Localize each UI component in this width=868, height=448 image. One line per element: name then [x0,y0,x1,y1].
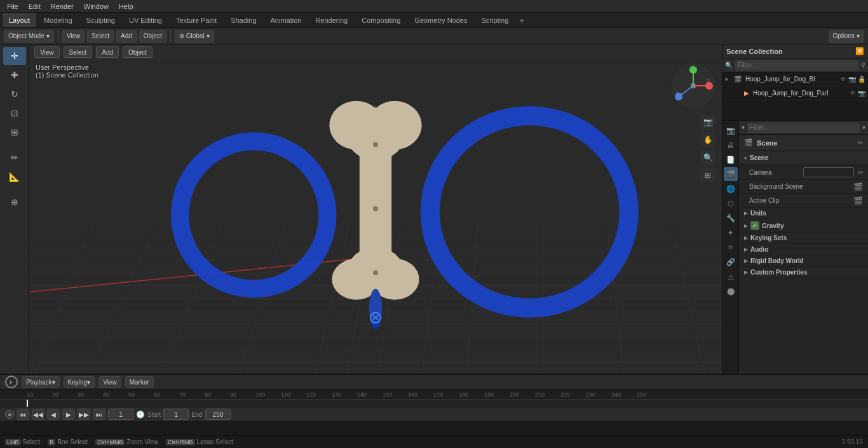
separator-2 [170,31,171,42]
section-gravity[interactable]: ▶ ✓ Gravity [739,219,868,233]
tab-texture-paint[interactable]: Texture Paint [170,13,223,27]
prop-camera-value[interactable] [803,167,854,177]
tab-geometry-nodes[interactable]: Geometry Nodes [408,13,473,27]
prop-active-clip-icon[interactable]: 🎬 [853,196,863,205]
prop-icon-render[interactable]: 📷 [724,123,738,137]
prop-icon-scene[interactable]: 🎬 [724,167,738,181]
prop-icon-modifier[interactable]: 🔧 [724,211,738,225]
jump-start-btn[interactable]: ⏮ [17,409,29,420]
timeline-scrub-area[interactable] [0,400,868,407]
select-menu-btn[interactable]: Select [87,30,114,43]
outliner-filter-icon[interactable]: 🔽 [855,47,864,55]
item-visibility-0[interactable]: 👁 [840,76,846,83]
vp-view-btn[interactable]: View [34,46,60,58]
prop-camera-edit-icon[interactable]: ✏ [858,169,863,176]
viewport-gizmo[interactable]: X Y Z [671,64,715,108]
prop-icon-material[interactable]: ⬤ [724,284,738,298]
item-render-0[interactable]: 📷 [848,76,856,83]
tab-scripting[interactable]: Scripting [475,13,515,27]
props-filter-icon[interactable]: ▾ [862,124,865,131]
tool-move[interactable]: ✚ [3,66,26,84]
menu-edit[interactable]: Edit [24,1,45,11]
prop-icon-constraints[interactable]: 🔗 [724,255,738,269]
menu-window[interactable]: Window [79,1,113,11]
add-workspace-tab[interactable]: + [516,15,527,26]
prop-icon-object[interactable]: ⬡ [724,196,738,210]
props-search-input[interactable] [747,123,860,133]
outliner-item-0[interactable]: ▾ 🎬 Hoop_Jump_for_Dog_Bl 👁 📷 🔒 [722,72,868,86]
tool-cursor[interactable]: ✛ [3,47,26,65]
tab-sculpting[interactable]: Sculpting [80,13,121,27]
add-menu-btn[interactable]: Add [116,30,137,43]
view-menu-btn[interactable]: View [62,30,85,43]
tool-add-cube[interactable]: ⊕ [3,193,26,211]
vp-zoom-icon[interactable]: 🔍 [700,150,715,165]
menu-help[interactable]: Help [114,1,138,11]
section-keying-sets[interactable]: ▶ Keying Sets [739,233,868,244]
options-btn[interactable]: Options ▾ [829,30,864,43]
prop-icon-output[interactable]: 🖨 [724,138,738,152]
outliner-search-input[interactable] [735,60,858,71]
scene-edit-btn[interactable]: ✏ [858,139,863,146]
prop-icon-particles[interactable]: ✦ [724,226,738,240]
expand-icon-0: ▾ [725,76,731,83]
tool-transform[interactable]: ⊞ [3,123,26,141]
tab-modeling[interactable]: Modeling [37,13,79,27]
current-frame-input[interactable]: 1 [108,409,133,420]
play-btn[interactable]: ▶ [62,409,75,420]
tool-annotate[interactable]: ✏ [3,149,26,166]
prop-bg-scene-icon[interactable]: 🎬 [853,182,863,191]
item-lock-0[interactable]: 🔒 [858,76,865,83]
section-scene[interactable]: ▾ Scene [739,151,868,165]
gravity-toggle[interactable]: ✓ [750,221,759,230]
marker-btn[interactable]: Marker [125,376,154,388]
vp-hand-icon[interactable]: ✋ [700,132,715,147]
section-custom-props[interactable]: ▶ Custom Properties [739,267,868,278]
prop-icon-world[interactable]: 🌐 [724,182,738,196]
play-reverse-btn[interactable]: ◀ [47,409,60,420]
vp-camera-icon[interactable]: 📷 [700,114,715,130]
vp-object-btn[interactable]: Object [123,46,153,58]
section-rigid-body[interactable]: ▶ Rigid Body World [739,255,868,267]
timeline-view-btn[interactable]: View [98,376,121,388]
timeline-icon[interactable]: ⏵ [5,376,18,388]
vp-grid-icon[interactable]: ⊞ [700,168,715,183]
outliner-item-1[interactable]: ▶ Hoop_Jump_for_Dog_Parl 👁 📷 [722,86,868,100]
tab-uv-editing[interactable]: UV Editing [123,13,168,27]
vp-add-btn[interactable]: Add [96,46,119,58]
tab-shading[interactable]: Shading [224,13,262,27]
section-units[interactable]: ▶ Units [739,208,868,219]
vp-select-btn[interactable]: Select [64,46,93,58]
object-menu-btn[interactable]: Object [139,30,166,43]
tab-rendering[interactable]: Rendering [309,13,354,27]
menu-render[interactable]: Render [46,1,78,11]
prop-icon-physics[interactable]: ⚛ [724,240,738,254]
item-visibility-1[interactable]: 👁 [850,90,856,97]
menu-file[interactable]: File [3,1,23,11]
tab-animation[interactable]: Animation [264,13,308,27]
tab-layout[interactable]: Layout [3,13,36,27]
prop-icon-data[interactable]: △ [724,269,738,283]
playback-btn[interactable]: Playback ▾ [22,376,60,388]
viewport-3d[interactable]: View Select Add Object [29,44,722,374]
prop-icon-view-layer[interactable]: 📑 [724,153,738,166]
props-dropdown-icon[interactable]: ▾ [742,124,745,131]
timeline-record-btn[interactable]: ⏺ [5,410,14,419]
tab-compositing[interactable]: Compositing [355,13,407,27]
tool-measure[interactable]: 📐 [3,168,26,186]
prev-frame-btn[interactable]: ◀◀ [32,409,44,420]
keying-btn[interactable]: Keying ▾ [64,376,95,388]
viewport-canvas: User Perspective (1) Scene Collection X [29,44,722,374]
item-render-1[interactable]: 📷 [858,90,865,97]
transform-origin-btn[interactable]: ⊕ Global ▾ [175,30,214,43]
jump-end-btn[interactable]: ⏭ [93,409,105,420]
units-chevron: ▶ [744,210,748,216]
start-frame-input[interactable]: 1 [163,409,189,420]
next-frame-btn[interactable]: ▶▶ [78,409,90,420]
tool-scale[interactable]: ⊡ [3,104,26,122]
tool-rotate[interactable]: ↻ [3,85,26,103]
outliner-funnel-icon[interactable]: ⊽ [861,62,865,69]
mode-select-btn[interactable]: Object Mode ▾ [4,30,54,43]
end-frame-input[interactable]: 250 [205,409,231,420]
section-audio[interactable]: ▶ Audio [739,244,868,255]
